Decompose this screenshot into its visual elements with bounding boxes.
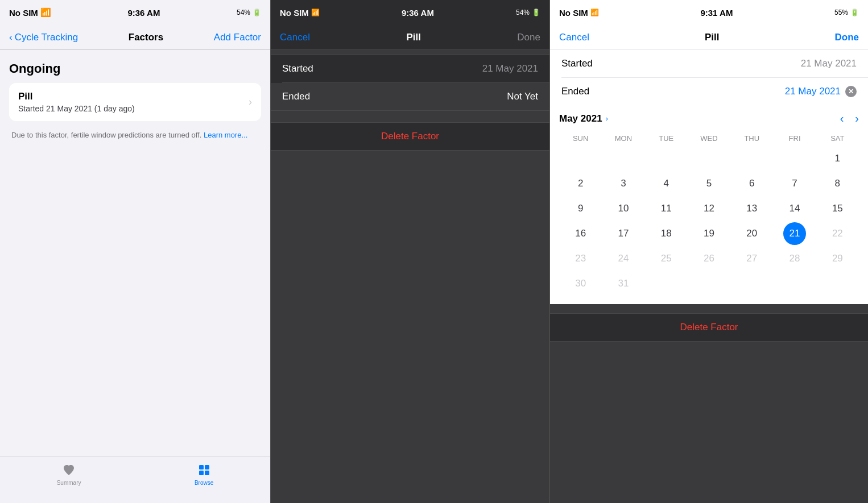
tab-summary[interactable]: Summary [57,462,81,486]
time-p3: 9:31 AM [700,8,733,18]
calendar-day[interactable]: 19 [697,222,720,245]
panel-pill-calendar: No SIM 📶 9:31 AM 55% 🔋 Cancel Pill Done … [550,0,868,503]
weekday-thu: THU [730,132,773,145]
heart-icon [61,462,77,478]
calendar-day[interactable]: 28 [783,247,806,270]
weekday-wed: WED [688,132,730,145]
weekday-sun: SUN [559,132,602,145]
battery-p2: 54% [516,9,530,16]
delete-label-p3: Delete Factor [680,322,738,333]
calendar-day[interactable]: 3 [612,172,635,195]
status-bar-p1: No SIM 📶 9:36 AM 54% 🔋 [0,0,270,25]
calendar-day[interactable]: 11 [655,197,677,220]
calendar-month-title: May 2021 [559,113,602,124]
delete-factor-button-p3[interactable]: Delete Factor [550,314,868,341]
pill-subtitle: Started 21 May 2021 (1 day ago) [18,104,249,113]
cancel-button-p2[interactable]: Cancel [280,32,310,43]
ended-label-p2: Ended [282,91,310,102]
status-right-p3: 55% 🔋 [834,9,859,16]
calendar-grid: 1234567891011121314151617181920212223242… [559,147,859,295]
grid-icon [196,462,212,478]
nav-bar-p2: Cancel Pill Done [271,25,549,50]
back-button-p1[interactable]: ‹ Cycle Tracking [9,32,78,43]
calendar-day[interactable]: 9 [569,197,592,220]
ended-value-group: 21 May 2021 ✕ [785,86,857,97]
pill-list-item[interactable]: Pill Started 21 May 2021 (1 day ago) › [9,83,261,121]
calendar-day[interactable]: 30 [569,272,592,295]
calendar-next-arrow[interactable]: › [855,112,859,125]
done-button-p2[interactable]: Done [517,32,540,43]
status-bar-p2: No SIM 📶 9:36 AM 54% 🔋 [271,0,549,25]
dark-content-p2: Delete Factor [271,111,549,503]
no-sim-p3: No SIM [559,8,588,18]
calendar-day[interactable]: 22 [826,222,849,245]
calendar-day[interactable]: 21 [783,222,806,245]
nav-bar-p1: ‹ Cycle Tracking Factors Add Factor [0,25,270,50]
calendar-day[interactable]: 5 [697,172,720,195]
calendar-day[interactable]: 8 [826,172,849,195]
pill-info-section-p2: Started 21 May 2021 Ended Not Yet [271,55,549,111]
ended-row-p3[interactable]: Ended 21 May 2021 ✕ [550,78,868,105]
done-button-p3[interactable]: Done [835,32,859,43]
tab-browse[interactable]: Browse [195,462,213,486]
calendar-day[interactable]: 1 [826,147,849,170]
panel-factors: No SIM 📶 9:36 AM 54% 🔋 ‹ Cycle Tracking … [0,0,270,503]
weekday-sat: SAT [816,132,859,145]
delete-factor-button-p2[interactable]: Delete Factor [271,123,549,150]
battery-icon-p3: 🔋 [850,9,859,16]
calendar-day[interactable]: 2 [569,172,592,195]
calendar-day[interactable]: 6 [741,172,763,195]
tab-bar-p1: Summary Browse [0,456,270,503]
calendar-prev-arrow[interactable]: ‹ [840,112,844,125]
calendar-day[interactable]: 7 [783,172,806,195]
nav-title-p1: Factors [129,32,163,43]
calendar-day[interactable]: 12 [697,197,720,220]
calendar-day[interactable]: 4 [655,172,677,195]
calendar-day[interactable]: 14 [783,197,806,220]
content-area-p1: Ongoing Pill Started 21 May 2021 (1 day … [0,50,270,456]
ended-row-p2[interactable]: Ended Not Yet [271,83,549,110]
calendar-day[interactable]: 17 [612,222,635,245]
calendar-day[interactable]: 15 [826,197,849,220]
clear-date-button[interactable]: ✕ [845,86,857,97]
cancel-button-p3[interactable]: Cancel [559,32,589,43]
back-chevron-icon: ‹ [9,32,13,43]
status-left-p2: No SIM 📶 [280,8,320,18]
calendar-day[interactable]: 13 [741,197,763,220]
calendar-container: May 2021 › ‹ › SUN MON TUE WED THU FRI S… [550,105,868,304]
pill-chevron-icon: › [249,96,252,108]
calendar-day[interactable]: 27 [741,247,763,270]
add-factor-button[interactable]: Add Factor [214,32,261,43]
calendar-day[interactable]: 26 [697,247,720,270]
svg-rect-1 [205,465,209,469]
calendar-day[interactable]: 16 [569,222,592,245]
month-year-group: May 2021 › [559,113,608,124]
calendar-header: May 2021 › ‹ › [559,112,859,125]
status-bar-p3: No SIM 📶 9:31 AM 55% 🔋 [550,0,868,25]
tab-summary-label: Summary [57,480,81,486]
nav-title-p3: Pill [705,32,720,43]
ended-value-p2: Not Yet [507,91,538,102]
pill-info-section-p3: Started 21 May 2021 Ended 21 May 2021 ✕ [550,50,868,105]
calendar-day[interactable]: 31 [612,272,635,295]
calendar-day[interactable]: 20 [741,222,763,245]
delete-label-p2: Delete Factor [381,131,439,142]
svg-rect-2 [199,471,204,475]
calendar-day[interactable]: 25 [655,247,677,270]
time-p2: 9:36 AM [402,8,434,18]
started-value-p2: 21 May 2021 [482,63,538,74]
calendar-month-chevron-icon: › [606,114,608,123]
delete-section-p3: Delete Factor [550,313,868,342]
learn-more-link[interactable]: Learn more... [204,131,247,139]
status-bar-left-p1: No SIM 📶 [9,7,51,18]
calendar-day[interactable]: 18 [655,222,677,245]
calendar-day[interactable]: 10 [612,197,635,220]
status-left-p3: No SIM 📶 [559,8,599,18]
battery-icon-p2: 🔋 [532,9,540,16]
calendar-day[interactable]: 23 [569,247,592,270]
calendar-nav-arrows: ‹ › [840,112,859,125]
calendar-day[interactable]: 29 [826,247,849,270]
calendar-day[interactable]: 24 [612,247,635,270]
battery-icon-p1: 🔋 [253,9,261,16]
pill-item-content: Pill Started 21 May 2021 (1 day ago) [18,91,249,113]
